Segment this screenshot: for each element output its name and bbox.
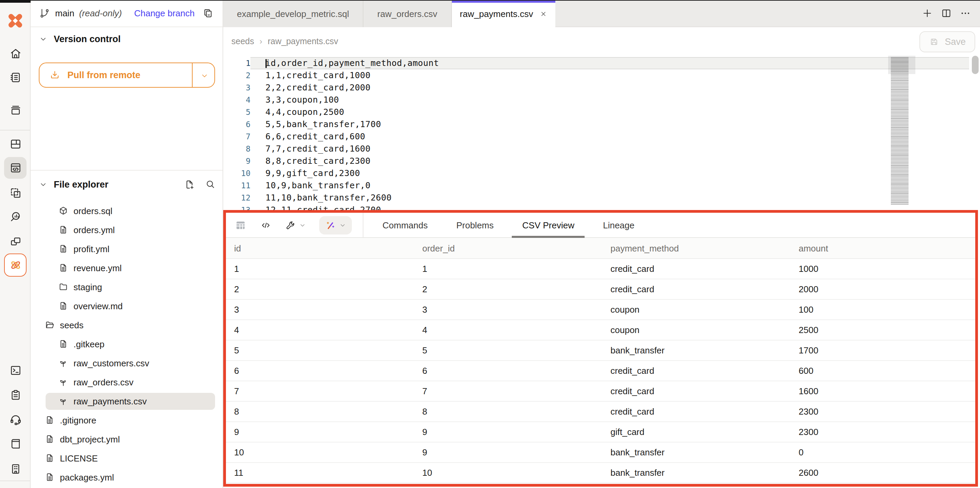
rail-terminal[interactable] <box>4 360 27 381</box>
breadcrumb-item-seeds[interactable]: seeds <box>231 37 254 46</box>
editor-line-6[interactable]: 65,5,bank_transfer,1700 <box>223 118 980 130</box>
archive-icon <box>8 103 22 117</box>
file-label: .gitkeep <box>73 339 105 349</box>
rail-docs[interactable] <box>4 433 27 455</box>
editor-scrollbar[interactable] <box>972 56 978 74</box>
editor-line-10[interactable]: 109,9,gift_card,2300 <box>223 167 980 179</box>
cell-id: 9 <box>226 427 414 437</box>
cell-order_id: 5 <box>414 345 602 355</box>
editor-line-1[interactable]: 1id,order_id,payment_method,amount <box>223 57 980 69</box>
rail-dashboard[interactable] <box>4 133 27 155</box>
cell-id: 8 <box>226 406 414 417</box>
file-item-.gitignore[interactable]: .gitignore <box>30 410 222 429</box>
headset-icon <box>8 412 22 426</box>
compiled-code-icon[interactable] <box>260 219 272 231</box>
rail-home[interactable] <box>4 43 27 65</box>
split-pane-icon[interactable] <box>940 8 952 19</box>
results-table-icon[interactable] <box>234 219 247 231</box>
file-item-seeds[interactable]: seeds <box>30 315 222 334</box>
rail-atom[interactable] <box>4 254 27 277</box>
save-button[interactable]: Save <box>920 31 975 52</box>
panel-tab-Lineage[interactable]: Lineage <box>599 212 639 238</box>
file-item-orders.yml[interactable]: orders.yml <box>30 220 222 239</box>
table-row-4: 44coupon2500 <box>226 320 975 341</box>
cell-payment_method: coupon <box>602 325 791 335</box>
rail-code-editor[interactable] <box>4 157 27 179</box>
tab-raw_orders.csv[interactable]: raw_orders.csv <box>363 0 452 27</box>
minimap[interactable] <box>891 57 913 205</box>
clipboard-icon <box>8 388 22 402</box>
file-item-LICENSE[interactable]: LICENSE <box>30 448 222 467</box>
file-item-profit.yml[interactable]: profit.yml <box>30 239 222 258</box>
dbt-logo[interactable] <box>4 10 27 30</box>
file-item-overview.md[interactable]: overview.md <box>30 296 222 315</box>
editor-line-13[interactable]: 1312,11,credit_card,2700 <box>223 204 980 210</box>
tab-label: raw_payments.csv <box>460 9 533 19</box>
terminal-icon <box>8 364 22 377</box>
file-label: revenue.yml <box>73 263 122 273</box>
rail-clipboard[interactable] <box>4 384 27 406</box>
file-item-.gitkeep[interactable]: .gitkeep <box>30 334 222 353</box>
file-item-revenue.yml[interactable]: revenue.yml <box>30 258 222 277</box>
rail-support[interactable] <box>4 409 27 430</box>
change-branch-link[interactable]: Change branch <box>134 8 195 18</box>
file-item-packages.yml[interactable]: packages.yml <box>30 467 222 486</box>
copy-button[interactable] <box>202 8 214 19</box>
code-editor[interactable]: 1id,order_id,payment_method,amount21,1,c… <box>223 56 980 210</box>
editor-line-7[interactable]: 76,6,credit_card,600 <box>223 130 980 143</box>
rail-windows[interactable] <box>4 231 27 253</box>
file-item-dbt_project.yml[interactable]: dbt_project.yml <box>30 429 222 448</box>
breadcrumb-item-file[interactable]: raw_payments.csv <box>268 37 338 46</box>
editor-line-12[interactable]: 1211,10,bank_transfer,2600 <box>223 192 980 204</box>
rail-query-explorer[interactable] <box>4 206 27 228</box>
plus-icon[interactable] <box>921 8 933 19</box>
file-explorer-header[interactable]: File explorer <box>39 175 216 194</box>
file-label: profit.yml <box>73 244 109 254</box>
file-label: raw_orders.csv <box>73 377 134 387</box>
tab-label: raw_orders.csv <box>377 8 437 19</box>
rail-duplicate[interactable] <box>4 182 27 204</box>
tab-close-button[interactable] <box>540 10 547 17</box>
file-item-raw_customers.csv[interactable]: raw_customers.csv <box>30 353 222 372</box>
file-item-raw_orders.csv[interactable]: raw_orders.csv <box>30 372 222 391</box>
chevron-down-icon[interactable] <box>200 71 209 80</box>
line-text: 7,7,credit_card,1600 <box>250 143 969 155</box>
chevron-down-icon <box>339 221 347 229</box>
cell-amount: 2500 <box>791 325 978 335</box>
ellipsis-icon[interactable] <box>959 8 971 19</box>
wand-icon <box>325 219 336 231</box>
search-icon[interactable] <box>205 179 216 190</box>
panel-tab-Commands[interactable]: Commands <box>379 212 432 238</box>
rail-archive[interactable] <box>4 99 27 121</box>
file-label: orders.yml <box>73 225 115 235</box>
editor-line-4[interactable]: 43,3,coupon,100 <box>223 94 980 106</box>
editor-line-2[interactable]: 21,1,credit_card,1000 <box>223 69 980 82</box>
doc-icon <box>44 453 55 464</box>
breadcrumb-separator: › <box>259 37 262 46</box>
code-icon <box>260 219 272 231</box>
file-item-staging[interactable]: staging <box>30 277 222 296</box>
editor-line-9[interactable]: 98,8,credit_card,2300 <box>223 155 980 167</box>
file-item-raw_payments.csv[interactable]: raw_payments.csv <box>30 391 222 410</box>
rail-organization[interactable] <box>4 458 27 480</box>
tab-example_develop_metric.sql[interactable]: example_develop_metric.sql <box>223 0 363 27</box>
ai-assist-icon[interactable] <box>319 216 352 234</box>
bottom-panel-annotated: CommandsProblemsCSV PreviewLineage idord… <box>223 210 978 486</box>
panel-tab-CSV Preview[interactable]: CSV Preview <box>518 212 579 238</box>
panel-tab-Problems[interactable]: Problems <box>452 212 498 238</box>
chevron-down-icon <box>299 221 306 229</box>
file-item-orders.sql[interactable]: orders.sql <box>30 201 222 220</box>
editor-line-8[interactable]: 87,7,credit_card,1600 <box>223 143 980 155</box>
cell-payment_method: credit_card <box>602 264 791 274</box>
pull-from-remote-button[interactable]: Pull from remote <box>39 63 215 88</box>
editor-line-11[interactable]: 1110,9,bank_transfer,0 <box>223 179 980 192</box>
new-file-icon[interactable] <box>184 178 195 190</box>
window-top-edge <box>0 0 980 1</box>
rail-notebook[interactable] <box>4 67 27 88</box>
doc-icon <box>44 472 55 483</box>
editor-line-3[interactable]: 32,2,credit_card,2000 <box>223 82 980 94</box>
tab-raw_payments.csv[interactable]: raw_payments.csv <box>452 0 555 28</box>
version-control-header[interactable]: Version control <box>39 34 121 44</box>
build-tools-icon[interactable] <box>285 219 306 231</box>
editor-line-5[interactable]: 54,4,coupon,2500 <box>223 106 980 118</box>
